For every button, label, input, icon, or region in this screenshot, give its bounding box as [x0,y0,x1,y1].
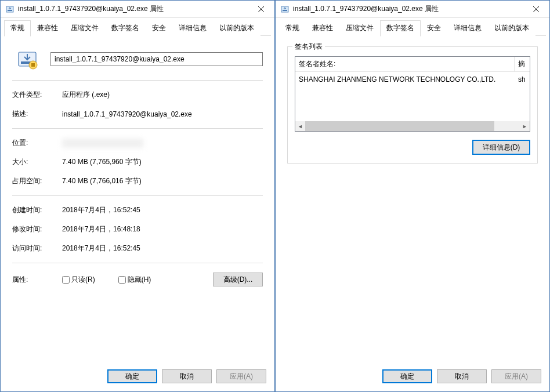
separator [12,263,263,263]
signature-listview[interactable]: 签名者姓名: 摘 SHANGHAI ZHANMENG NETWORK TECHN… [295,56,530,132]
tab-compat[interactable]: 兼容性 [306,20,339,36]
svg-rect-7 [283,10,287,11]
hidden-input[interactable] [118,276,126,284]
separator [12,80,263,81]
created-label: 创建时间: [12,205,62,215]
tab-prev[interactable]: 以前的版本 [488,20,535,36]
scroll-track[interactable] [305,121,520,131]
cancel-button[interactable]: 取消 [162,369,212,383]
readonly-input[interactable] [62,276,70,284]
tab-security[interactable]: 安全 [421,20,447,36]
button-bar: 确定 取消 应用(A) [1,364,274,391]
filename-input[interactable] [50,52,263,66]
tab-prev[interactable]: 以前的版本 [213,20,260,36]
attrs-label: 属性: [12,275,62,285]
close-button[interactable] [248,1,274,17]
tab-general[interactable]: 常规 [4,20,31,37]
window-title: install_1.0.7.1_97437920@kuaiya_02.exe 属… [293,4,523,14]
tab-general[interactable]: 常规 [279,20,306,36]
disksize-value: 7.40 MB (7,766,016 字节) [62,176,263,186]
cancel-button[interactable]: 取消 [437,369,487,383]
separator [12,128,263,129]
tab-sig[interactable]: 数字签名 [105,20,146,36]
scroll-thumb[interactable] [305,121,494,131]
accessed-value: 2018年7月4日，16:52:45 [62,244,263,253]
tab-details[interactable]: 详细信息 [172,20,213,36]
tabbar: 常规 兼容性 压缩文件 数字签名 安全 详细信息 以前的版本 [1,18,274,36]
tab-archive[interactable]: 压缩文件 [64,20,105,36]
apply-button: 应用(A) [491,369,541,383]
apply-button: 应用(A) [216,369,266,383]
general-content: 文件类型: 应用程序 (.exe) 描述: install_1.0.7.1_97… [1,36,274,364]
tabbar: 常规 兼容性 压缩文件 数字签名 安全 详细信息 以前的版本 [276,18,549,36]
filetype-label: 文件类型: [12,90,62,100]
hidden-label: 隐藏(H) [128,275,151,285]
header-digest[interactable]: 摘 [515,57,530,71]
installer-icon [5,5,15,14]
size-label: 大小: [12,157,62,167]
properties-dialog-general: install_1.0.7.1_97437920@kuaiya_02.exe 属… [0,0,275,392]
sig-content: 签名列表 签名者姓名: 摘 SHANGHAI ZHANMENG NETWORK … [276,36,549,364]
created-value: 2018年7月4日，16:52:45 [62,205,263,215]
header-signer-name[interactable]: 签名者姓名: [295,57,515,71]
tab-security[interactable]: 安全 [146,20,172,36]
listview-body: SHANGHAI ZHANMENG NETWORK TECHNOLOGY CO.… [295,72,530,121]
svg-rect-1 [8,10,12,11]
filetype-value: 应用程序 (.exe) [62,90,263,100]
signer-name-cell: SHANGHAI ZHANMENG NETWORK TECHNOLOGY CO.… [295,74,515,85]
scroll-right-icon[interactable]: ► [520,121,530,131]
location-value: xxxxxxxxxxxxx [62,139,143,148]
window-title: install_1.0.7.1_97437920@kuaiya_02.exe 属… [18,4,248,14]
hidden-checkbox[interactable]: 隐藏(H) [118,275,151,285]
scroll-left-icon[interactable]: ◄ [295,121,305,131]
app-icon [16,48,39,71]
ok-button[interactable]: 确定 [107,369,157,383]
tab-compat[interactable]: 兼容性 [31,20,64,36]
properties-dialog-signature: install_1.0.7.1_97437920@kuaiya_02.exe 属… [275,0,550,392]
desc-label: 描述: [12,109,62,119]
location-label: 位置: [12,138,62,148]
tab-details[interactable]: 详细信息 [447,20,488,36]
installer-icon [280,5,290,14]
modified-label: 修改时间: [12,224,62,234]
readonly-label: 只读(R) [71,275,95,285]
tab-sig[interactable]: 数字签名 [380,20,421,37]
digest-cell: sh [515,74,530,85]
signature-group-title: 签名列表 [292,42,325,52]
size-value: 7.40 MB (7,765,960 字节) [62,157,263,167]
ok-button[interactable]: 确定 [382,369,432,383]
titlebar[interactable]: install_1.0.7.1_97437920@kuaiya_02.exe 属… [1,1,274,18]
signature-row[interactable]: SHANGHAI ZHANMENG NETWORK TECHNOLOGY CO.… [295,72,530,87]
button-bar: 确定 取消 应用(A) [276,364,549,391]
svg-rect-5 [31,63,35,67]
close-icon [533,6,539,12]
separator [12,195,263,196]
titlebar[interactable]: install_1.0.7.1_97437920@kuaiya_02.exe 属… [276,1,549,18]
desc-value: install_1.0.7.1_97437920@kuaiya_02.exe [62,110,263,118]
close-icon [258,6,264,12]
accessed-label: 访问时间: [12,244,62,253]
readonly-checkbox[interactable]: 只读(R) [62,275,95,285]
disksize-label: 占用空间: [12,176,62,186]
horizontal-scrollbar[interactable]: ◄ ► [295,121,530,131]
listview-header: 签名者姓名: 摘 [295,57,530,72]
advanced-button[interactable]: 高级(D)... [213,273,263,286]
signature-list-group: 签名列表 签名者姓名: 摘 SHANGHAI ZHANMENG NETWORK … [287,46,538,164]
close-button[interactable] [523,1,549,17]
signature-details-button[interactable]: 详细信息(D) [472,140,530,155]
tab-archive[interactable]: 压缩文件 [339,20,380,36]
modified-value: 2018年7月4日，16:48:18 [62,224,263,234]
